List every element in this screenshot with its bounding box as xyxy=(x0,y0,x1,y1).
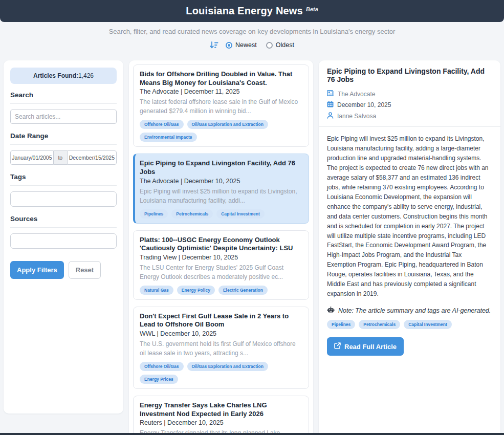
sources-section: Sources xyxy=(10,215,117,249)
sort-oldest-radio[interactable]: Oldest xyxy=(266,41,294,49)
radio-checked-icon xyxy=(226,42,232,49)
search-input[interactable] xyxy=(10,110,117,124)
article-title: Bids for Offshore Drilling Doubled in Va… xyxy=(140,70,302,87)
tag-pill: Oil/Gas Exploration and Extraction xyxy=(187,120,268,129)
detail-date: December 10, 2025 xyxy=(337,101,391,108)
tag-pill: Pipelines xyxy=(140,209,168,219)
detail-date-row: December 10, 2025 xyxy=(327,101,492,109)
external-link-icon xyxy=(334,342,341,351)
article-snippet: The U.S. government held its first Gulf … xyxy=(140,339,302,358)
article-card[interactable]: Bids for Offshore Drilling Doubled in Va… xyxy=(133,64,309,147)
tags-input[interactable] xyxy=(10,191,117,207)
sort-newest-radio[interactable]: Newest xyxy=(226,41,257,49)
read-full-article-label: Read Full Article xyxy=(344,343,397,351)
article-tags: Offshore Oil/GasOil/Gas Exploration and … xyxy=(140,362,302,384)
date-to-input[interactable] xyxy=(67,150,117,165)
search-section: Search xyxy=(10,91,117,124)
tag-pill: Energy Policy xyxy=(177,286,215,295)
date-range-row: to xyxy=(10,150,117,165)
sort-descending-icon xyxy=(210,41,218,49)
main-layout: Articles Found:1,426 Search Date Range t… xyxy=(0,60,504,435)
article-meta: The Advocate | December 10, 2025 xyxy=(140,178,302,185)
radio-unchecked-icon xyxy=(266,42,273,49)
sources-input[interactable] xyxy=(10,233,117,249)
article-meta: WWL | December 10, 2025 xyxy=(140,330,302,337)
tag-pill: Petrochemicals xyxy=(171,209,213,219)
tag-pill: Electric Generation xyxy=(218,286,268,295)
date-range-heading: Date Range xyxy=(10,132,117,145)
article-meta: Reuters | December 10, 2025 xyxy=(140,419,302,426)
detail-divider xyxy=(319,126,500,127)
article-card[interactable]: Platts: 100--USGC Energy Economy Outlook… xyxy=(133,230,309,300)
tag-pill: Offshore Oil/Gas xyxy=(140,120,184,129)
apply-filters-button[interactable]: Apply Filters xyxy=(10,261,64,279)
ai-note-text: Note: The article summary and tags are A… xyxy=(338,307,491,314)
app-subtitle: Search, filter, and read curated news co… xyxy=(0,28,504,35)
bottom-footer-strip xyxy=(0,433,504,435)
ai-note-row: Note: The article summary and tags are A… xyxy=(327,306,492,315)
beta-badge: Beta xyxy=(306,6,318,12)
sort-newest-label: Newest xyxy=(235,41,257,49)
date-range-section: Date Range to xyxy=(10,132,117,165)
app-title: Louisiana Energy News xyxy=(186,5,303,17)
article-title: Don't Expect First Gulf Lease Sale in 2 … xyxy=(140,312,302,329)
tag-pill: Petrochemicals xyxy=(359,320,400,329)
tag-pill: Capital Investment xyxy=(404,320,452,329)
article-snippet: The LSU Center for Energy Studies' 2025 … xyxy=(140,263,302,281)
app-header: Louisiana Energy News Beta xyxy=(0,0,504,22)
calendar-icon xyxy=(327,101,334,109)
articles-found-badge: Articles Found:1,426 xyxy=(10,68,117,84)
article-card[interactable]: Epic Piping to Expand Livingston Facilit… xyxy=(133,154,309,223)
detail-author-row: Ianne Salvosa xyxy=(327,112,492,120)
article-tags: Offshore Oil/GasOil/Gas Exploration and … xyxy=(140,120,302,142)
sort-bar: Newest Oldest xyxy=(0,40,504,50)
tag-pill: Pipelines xyxy=(327,320,355,329)
detail-title: Epic Piping to Expand Livingston Facilit… xyxy=(327,67,492,83)
article-snippet: The latest federal offshore lease sale i… xyxy=(140,97,302,116)
tag-pill: Offshore Oil/Gas xyxy=(140,362,184,371)
date-from-input[interactable] xyxy=(10,150,54,165)
tag-pill: Environmental Impacts xyxy=(140,133,197,142)
article-title: Epic Piping to Expand Livingston Facilit… xyxy=(140,159,302,176)
person-icon xyxy=(327,112,334,120)
sources-heading: Sources xyxy=(10,215,117,228)
robot-icon xyxy=(327,306,335,315)
article-tags: PipelinesPetrochemicalsCapital Investmen… xyxy=(140,209,302,219)
detail-author: Ianne Salvosa xyxy=(337,113,376,120)
article-snippet: Epic Piping will invest $25 million to e… xyxy=(140,187,302,205)
search-heading: Search xyxy=(10,91,117,104)
article-tags: Natural GasEnergy PolicyElectric Generat… xyxy=(140,286,302,295)
detail-tags: PipelinesPetrochemicalsCapital Investmen… xyxy=(327,320,492,329)
tag-pill: Natural Gas xyxy=(140,286,173,295)
reset-button[interactable]: Reset xyxy=(69,261,101,279)
article-meta: The Advocate | December 11, 2025 xyxy=(140,88,302,95)
tags-section: Tags xyxy=(10,173,117,207)
date-to-label: to xyxy=(54,150,67,165)
read-full-article-button[interactable]: Read Full Article xyxy=(327,337,404,356)
detail-summary: Epic Piping will invest $25 million to e… xyxy=(327,134,492,299)
article-card[interactable]: Energy Transfer Says Lake Charles LNG In… xyxy=(133,396,309,435)
detail-source: The Advocate xyxy=(338,91,375,98)
articles-found-label: Articles Found: xyxy=(33,72,78,79)
article-title: Platts: 100--USGC Energy Economy Outlook… xyxy=(140,236,302,253)
article-detail-panel: Epic Piping to Expand Livingston Facilit… xyxy=(319,60,500,435)
sort-oldest-label: Oldest xyxy=(276,41,294,49)
tag-pill: Capital Investment xyxy=(216,209,265,219)
tag-pill: Oil/Gas Exploration and Extraction xyxy=(187,362,268,371)
article-title: Energy Transfer Says Lake Charles LNG In… xyxy=(140,401,302,418)
detail-source-row: The Advocate xyxy=(327,90,492,98)
sort-radio-group: Newest Oldest xyxy=(226,41,294,49)
articles-found-count: 1,426 xyxy=(78,72,94,79)
article-meta: Trading View | December 10, 2025 xyxy=(140,254,302,261)
tag-pill: Energy Prices xyxy=(140,375,178,384)
article-card[interactable]: Don't Expect First Gulf Lease Sale in 2 … xyxy=(133,307,309,389)
newspaper-icon xyxy=(327,90,334,98)
filters-sidebar: Articles Found:1,426 Search Date Range t… xyxy=(4,60,123,414)
filter-buttons-row: Apply Filters Reset xyxy=(10,261,117,279)
tags-heading: Tags xyxy=(10,173,117,186)
article-list[interactable]: Bids for Offshore Drilling Doubled in Va… xyxy=(129,60,313,435)
